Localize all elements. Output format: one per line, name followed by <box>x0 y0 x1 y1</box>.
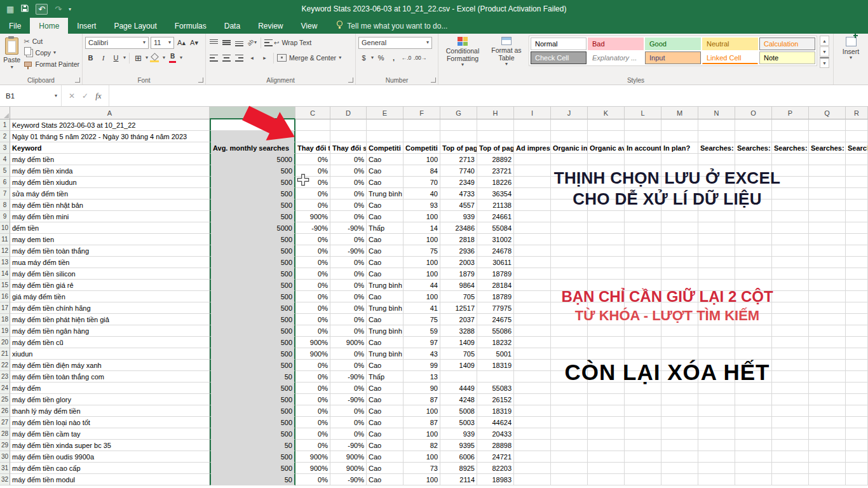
row-header-28[interactable]: 28 <box>0 428 10 440</box>
cell-c18[interactable]: 0% <box>295 314 330 325</box>
cell-r21[interactable] <box>846 348 868 360</box>
cell-i31[interactable] <box>514 463 551 474</box>
cell-b10[interactable]: 5000 <box>210 222 295 234</box>
row-header-19[interactable]: 19 <box>0 325 10 337</box>
cell-n12[interactable] <box>698 245 735 257</box>
cell-m9[interactable] <box>661 211 698 222</box>
tab-view[interactable]: View <box>292 18 327 34</box>
cell-q29[interactable] <box>809 440 846 451</box>
cell-p32[interactable] <box>772 474 809 485</box>
row-header-26[interactable]: 26 <box>0 405 10 417</box>
cell-p26[interactable] <box>772 405 809 417</box>
cell-j10[interactable] <box>551 222 588 234</box>
cell-n27[interactable] <box>698 417 735 428</box>
cell-g22[interactable]: 1409 <box>440 360 477 371</box>
cell-n29[interactable] <box>698 440 735 451</box>
merge-center-button[interactable]: Merge & Center ▾ <box>277 52 341 64</box>
cell-r15[interactable] <box>846 280 868 291</box>
cell-g24[interactable]: 4449 <box>440 383 477 394</box>
row-header-29[interactable]: 29 <box>0 440 10 451</box>
cell-j30[interactable] <box>551 451 588 463</box>
cell-g8[interactable]: 4557 <box>440 200 477 211</box>
cell-b30[interactable]: 500 <box>210 451 295 463</box>
cell-b13[interactable]: 500 <box>210 257 295 268</box>
cell-k27[interactable] <box>588 417 625 428</box>
cell-g23[interactable] <box>440 371 477 383</box>
cell-a17[interactable]: máy đếm tiền chính hãng <box>10 302 210 314</box>
cell-q19[interactable] <box>809 325 846 337</box>
cell-c21[interactable]: 900% <box>295 348 330 360</box>
cell-b17[interactable]: 500 <box>210 302 295 314</box>
cell-d21[interactable]: 0% <box>330 348 367 360</box>
cell-b14[interactable]: 500 <box>210 268 295 280</box>
cell-h17[interactable]: 77975 <box>477 302 514 314</box>
cell-o4[interactable] <box>735 154 772 165</box>
cell-a16[interactable]: giá máy đếm tiền <box>10 291 210 302</box>
style-bad[interactable]: Bad <box>588 37 644 50</box>
cell-m12[interactable] <box>661 245 698 257</box>
cell-c2[interactable] <box>295 131 330 142</box>
cell-l9[interactable] <box>625 211 661 222</box>
cell-q2[interactable] <box>809 131 846 142</box>
row-header-8[interactable]: 8 <box>0 200 10 211</box>
cell-i19[interactable] <box>514 325 551 337</box>
row-header-25[interactable]: 25 <box>0 394 10 405</box>
col-header-i[interactable]: I <box>514 107 551 119</box>
style-input[interactable]: Input <box>645 51 701 64</box>
cell-j19[interactable] <box>551 325 588 337</box>
cell-g1[interactable] <box>440 119 477 131</box>
cell-b15[interactable]: 500 <box>210 280 295 291</box>
cell-d1[interactable] <box>330 119 367 131</box>
row-header-9[interactable]: 9 <box>0 211 10 222</box>
cell-d16[interactable]: 0% <box>330 291 367 302</box>
cell-l14[interactable] <box>625 268 661 280</box>
cell-q20[interactable] <box>809 337 846 348</box>
cell-n13[interactable] <box>698 257 735 268</box>
decrease-font-button[interactable]: A▾ <box>189 37 200 49</box>
col-header-o[interactable]: O <box>735 107 772 119</box>
cell-h23[interactable] <box>477 371 514 383</box>
cell-m19[interactable] <box>661 325 698 337</box>
cell-a4[interactable]: máy đếm tiền <box>10 154 210 165</box>
cell-q14[interactable] <box>809 268 846 280</box>
cell-g20[interactable]: 1409 <box>440 337 477 348</box>
cell-f15[interactable]: 44 <box>403 280 440 291</box>
cell-e7[interactable]: Trung bình <box>367 188 403 200</box>
cell-o2[interactable] <box>735 131 772 142</box>
cell-b20[interactable]: 500 <box>210 337 295 348</box>
cell-f28[interactable]: 100 <box>403 428 440 440</box>
cell-j3[interactable]: Organic in <box>551 142 588 154</box>
cell-m28[interactable] <box>661 428 698 440</box>
cell-h12[interactable]: 24678 <box>477 245 514 257</box>
insert-cells-button[interactable]: Insert ▾ <box>836 36 865 60</box>
format-as-table-button[interactable]: Format as Table ▾ <box>487 36 526 67</box>
cell-i25[interactable] <box>514 394 551 405</box>
cell-e10[interactable]: Thấp <box>367 222 403 234</box>
cell-p30[interactable] <box>772 451 809 463</box>
cell-r19[interactable] <box>846 325 868 337</box>
cell-k28[interactable] <box>588 428 625 440</box>
cell-e22[interactable]: Cao <box>367 360 403 371</box>
cell-f23[interactable]: 13 <box>403 371 440 383</box>
style-good[interactable]: Good <box>645 37 701 50</box>
row-header-3[interactable]: 3 <box>0 142 10 154</box>
cell-a30[interactable]: máy đếm tiền oudis 9900a <box>10 451 210 463</box>
row-header-20[interactable]: 20 <box>0 337 10 348</box>
col-header-q[interactable]: Q <box>809 107 846 119</box>
cell-l1[interactable] <box>625 119 661 131</box>
cell-o14[interactable] <box>735 268 772 280</box>
cell-b27[interactable]: 500 <box>210 417 295 428</box>
cell-q4[interactable] <box>809 154 846 165</box>
cancel-icon[interactable]: ✕ <box>69 92 75 100</box>
cell-k9[interactable] <box>588 211 625 222</box>
cell-p12[interactable] <box>772 245 809 257</box>
cell-o25[interactable] <box>735 394 772 405</box>
font-color-button[interactable]: B <box>167 52 178 64</box>
cell-h1[interactable] <box>477 119 514 131</box>
copy-button[interactable]: Copy ▾ <box>24 47 79 58</box>
cell-e24[interactable]: Cao <box>367 383 403 394</box>
align-top-button[interactable] <box>208 37 219 49</box>
cell-d9[interactable]: 0% <box>330 211 367 222</box>
cell-b23[interactable]: 50 <box>210 371 295 383</box>
cell-l12[interactable] <box>625 245 661 257</box>
